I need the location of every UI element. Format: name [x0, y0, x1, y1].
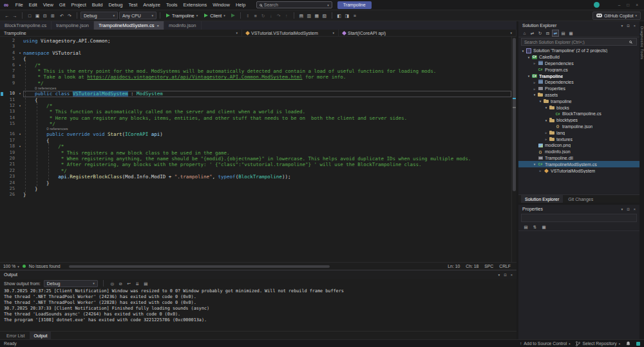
- close-icon[interactable]: ×: [511, 273, 513, 277]
- code-line-16[interactable]: 16▾ public override void Start(ICoreAPI …: [0, 131, 511, 137]
- comment-icon[interactable]: ▥: [305, 11, 313, 21]
- maximize-button[interactable]: □: [623, 0, 632, 10]
- categorized-icon[interactable]: ▤: [522, 223, 529, 230]
- step-over-icon[interactable]: ↷: [275, 11, 283, 21]
- expander-icon[interactable]: ▾: [520, 49, 526, 53]
- copy-icon[interactable]: ▤: [142, 280, 149, 287]
- spaces-indicator[interactable]: SPC: [484, 264, 493, 268]
- breadcrumb-project[interactable]: Trampoline ▾: [0, 30, 242, 36]
- code-line-20[interactable]: 20 * When registering anything, the name…: [0, 156, 511, 162]
- chevron-down-icon[interactable]: ▾: [621, 24, 623, 28]
- select-repository-button[interactable]: Select Repository ▴: [576, 341, 620, 346]
- fold-collapse-icon[interactable]: ▾: [17, 144, 23, 149]
- expander-icon[interactable]: ▾: [532, 162, 537, 166]
- output-log[interactable]: 30.7.2025 20:37:25 [Client Notification]…: [0, 288, 516, 331]
- solution-search-box[interactable]: Search Solution Explorer (Ctrl+;): [521, 38, 637, 46]
- expander-icon[interactable]: ▹: [544, 131, 549, 135]
- step-out-icon[interactable]: ↑: [283, 11, 290, 21]
- pin-icon[interactable]: ⊡: [504, 273, 507, 277]
- new-file-icon[interactable]: □: [26, 11, 33, 21]
- open-file-icon[interactable]: ▣: [33, 11, 41, 21]
- search-icon[interactable]: ◎: [109, 280, 116, 287]
- menu-view[interactable]: View: [40, 0, 56, 10]
- quick-search-box[interactable]: Search ▾: [256, 1, 332, 8]
- compare-icon[interactable]: ◨: [343, 11, 351, 21]
- code-line-3[interactable]: 3: [0, 44, 511, 50]
- split-view-icon[interactable]: ◧: [336, 11, 343, 21]
- add-to-source-control-button[interactable]: ↑ Add to Source Control ▴: [520, 341, 571, 346]
- tree-item-trampoline[interactable]: ▾Trampoline: [518, 73, 639, 79]
- configuration-select[interactable]: Debug ▾: [80, 12, 118, 19]
- save-icon[interactable]: ⊟: [41, 11, 49, 21]
- notifications-bell-icon[interactable]: [626, 341, 630, 346]
- code-line-9[interactable]: 9 */: [0, 80, 511, 86]
- menu-file[interactable]: File: [12, 0, 26, 10]
- bookmark-icon[interactable]: ▤: [298, 11, 305, 21]
- github-copilot-button[interactable]: GitHub Copilot ▾: [592, 12, 641, 20]
- switch-views-icon[interactable]: ⇄: [529, 30, 536, 37]
- code-line-14[interactable]: 14 * Here you can register any blocks, i…: [0, 115, 511, 121]
- menu-help[interactable]: Help: [232, 0, 248, 10]
- zoom-control[interactable]: 100 % ▾: [3, 264, 19, 268]
- start-without-debugging-icon[interactable]: [231, 14, 235, 17]
- menu-tools[interactable]: Tools: [163, 0, 180, 10]
- code-line-23[interactable]: 23 api.RegisterBlockClass(Mod.Info.ModID…: [0, 174, 511, 180]
- undo-icon[interactable]: ↶: [58, 11, 66, 21]
- code-line-19[interactable]: 19 * This registers a new block class to…: [0, 150, 511, 156]
- tree-item-assets[interactable]: ▾assets: [518, 92, 639, 98]
- tree-item-trampoline-json[interactable]: trampoline.json: [518, 124, 639, 130]
- properties-icon[interactable]: ▦: [567, 30, 574, 37]
- list-view-icon[interactable]: ≡: [351, 11, 359, 21]
- column-indicator[interactable]: Ch: 18: [466, 264, 478, 268]
- menu-analyze[interactable]: Analyze: [140, 0, 164, 10]
- menu-build[interactable]: Build: [89, 0, 106, 10]
- refresh-icon[interactable]: ↻: [536, 30, 544, 37]
- fold-collapse-icon[interactable]: ▾: [17, 103, 23, 109]
- menu-project[interactable]: Project: [68, 0, 89, 10]
- code-line-26[interactable]: 26}: [0, 192, 511, 198]
- pin-icon[interactable]: ⊡: [627, 207, 630, 211]
- code-line-8[interactable]: 8 * Take a look at https://apidocs.vinta…: [0, 74, 511, 80]
- menu-window[interactable]: Window: [210, 0, 233, 10]
- close-icon[interactable]: ×: [634, 207, 636, 211]
- tree-item-trampolinemodsystem-cs[interactable]: ▾TrampolineModSystem.cs: [518, 161, 639, 167]
- redo-icon[interactable]: ↷: [66, 11, 73, 21]
- menu-git[interactable]: Git: [56, 0, 68, 10]
- expander-icon[interactable]: ▹: [532, 87, 537, 91]
- output-source-select[interactable]: Debug ▾: [44, 280, 98, 287]
- expander-icon[interactable]: ▾: [526, 55, 531, 59]
- code-line-5[interactable]: 5{: [0, 56, 511, 62]
- tree-item-dependencies[interactable]: ▹Dependencies: [518, 79, 639, 86]
- codelens-row[interactable]: 0 references: [0, 86, 511, 91]
- expander-icon[interactable]: ▹: [532, 61, 537, 65]
- launch-profile-button[interactable]: Client ▾: [202, 14, 227, 18]
- home-icon[interactable]: ⌂: [521, 30, 528, 37]
- tree-item-dependencies[interactable]: ▹Dependencies: [518, 61, 639, 67]
- code-line-24[interactable]: 24 }: [0, 180, 511, 186]
- restart-icon[interactable]: ↻: [260, 11, 267, 21]
- minimize-button[interactable]: –: [615, 0, 624, 10]
- breadcrumb-type[interactable]: VSTutorial.VSTutorialModSystem ▾: [242, 30, 339, 36]
- code-editor[interactable]: 2using Vintagestory.API.Common;34▾namesp…: [0, 37, 516, 262]
- tab-trampolinemodsystem-cs[interactable]: TrampolineModSystem.cs×: [94, 21, 164, 30]
- expander-icon[interactable]: ▾: [544, 118, 549, 122]
- tab-blocktrampoline-cs[interactable]: BlockTrampoline.cs: [0, 21, 52, 30]
- code-line-12[interactable]: 12▾ /*: [0, 103, 511, 109]
- indent-icon[interactable]: ▧: [321, 11, 328, 21]
- code-line-25[interactable]: 25 }: [0, 186, 511, 192]
- tree-item-trampoline[interactable]: ▾trampoline: [518, 98, 639, 104]
- tree-item-modicon-png[interactable]: modicon.png: [518, 142, 639, 149]
- output-panel-header[interactable]: Output ▾ ⊡ ×: [0, 270, 516, 279]
- properties-object-row[interactable]: [521, 214, 637, 222]
- codelens-row[interactable]: 0 references: [0, 127, 511, 131]
- tree-item-blocktypes[interactable]: ▾blocktypes: [518, 117, 639, 124]
- code-line-7[interactable]: 7 * This is the entry point for the mod.…: [0, 68, 511, 74]
- navigate-forward-icon[interactable]: →: [11, 11, 19, 21]
- tree-item-lang[interactable]: ▹lang: [518, 129, 639, 136]
- close-icon[interactable]: ×: [634, 24, 636, 28]
- autoscroll-icon[interactable]: ⇊: [134, 280, 141, 287]
- fold-collapse-icon[interactable]: ▾: [17, 50, 23, 56]
- code-line-2[interactable]: 2using Vintagestory.API.Common;: [0, 38, 511, 44]
- clear-all-icon[interactable]: ⊘: [117, 280, 124, 287]
- tree-item-program-cs[interactable]: Program.cs: [518, 66, 639, 73]
